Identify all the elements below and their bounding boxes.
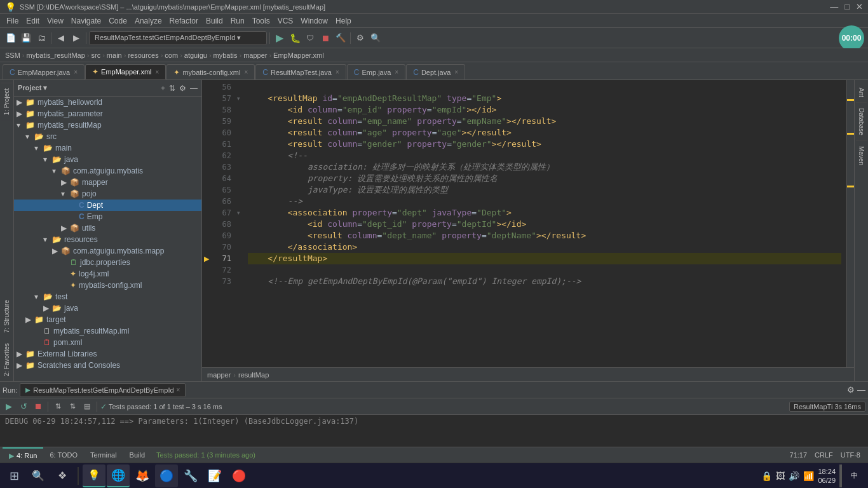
- tree-item-target[interactable]: ▶ 📁 target: [14, 314, 201, 325]
- toolbar-icon-2[interactable]: 🔍: [369, 31, 383, 45]
- run-filter-btn[interactable]: ⇅: [66, 402, 79, 410]
- bottom-tab-todo[interactable]: 6: TODO: [43, 447, 84, 463]
- taskbar-app-5[interactable]: 📝: [203, 464, 226, 487]
- tree-item-pojo[interactable]: ▾ 📦 pojo: [14, 188, 201, 200]
- side-tab-project[interactable]: 1: Project: [1, 83, 12, 120]
- sidebar-sort-btn[interactable]: ⇅: [169, 84, 175, 93]
- run-close-btn[interactable]: —: [857, 385, 865, 395]
- network-icon[interactable]: 📶: [803, 471, 814, 481]
- menu-tools[interactable]: Tools: [248, 15, 274, 27]
- tab-close-dept[interactable]: ×: [454, 69, 458, 76]
- tab-close-resultmaptest[interactable]: ×: [336, 69, 339, 76]
- tab-close-empmapper-java[interactable]: ×: [74, 69, 78, 76]
- side-tab-structure[interactable]: 7: Structure: [1, 295, 12, 338]
- debug-btn[interactable]: 🐛: [288, 31, 302, 45]
- code-view[interactable]: ▶ 56 57 58 59 60 61 62 63 64: [202, 80, 854, 367]
- taskbar-app-2[interactable]: 🦊: [131, 464, 154, 487]
- side-tab-favorites[interactable]: 2: Favorites: [1, 338, 12, 381]
- tree-item-mapper-folder[interactable]: ▶ 📦 mapper: [14, 177, 201, 188]
- menu-navigate[interactable]: Navigate: [67, 15, 105, 27]
- tree-item-iml[interactable]: · 🗒 mybatis_resultMap.iml: [14, 325, 201, 337]
- tree-item-scratches[interactable]: ▶ 📁 Scratches and Consoles: [14, 360, 201, 371]
- tab-emp-java[interactable]: C Emp.java ×: [347, 64, 405, 79]
- tree-item-resources[interactable]: ▾ 📂 resources: [14, 234, 201, 245]
- tab-empmapper-xml[interactable]: ✦ EmpMapper.xml ×: [85, 64, 166, 79]
- run-rerun-btn[interactable]: ↺: [17, 402, 30, 411]
- taskbar-app-3[interactable]: 🔵: [155, 464, 178, 487]
- tree-item-main[interactable]: ▾ 📂 main: [14, 142, 201, 154]
- tree-item-log4j[interactable]: · ✦ log4j.xml: [14, 268, 201, 280]
- sidebar-add-btn[interactable]: +: [161, 84, 165, 93]
- tab-mybatis-config-xml[interactable]: ✦ mybatis-config.xml ×: [166, 64, 255, 79]
- tab-close-mybatis-config[interactable]: ×: [244, 69, 248, 76]
- line-ending[interactable]: CRLF: [815, 451, 833, 459]
- run-settings-btn[interactable]: ⚙: [847, 385, 855, 395]
- tree-item-emp[interactable]: · C Emp: [14, 211, 201, 222]
- tree-item-com-atguigu[interactable]: ▾ 📦 com.atguigu.mybatis: [14, 165, 201, 177]
- encoding[interactable]: UTF-8: [841, 451, 860, 459]
- run-tab-close[interactable]: ×: [177, 386, 180, 393]
- chinese-ime[interactable]: 中: [848, 470, 860, 482]
- breadcrumb-mapper[interactable]: mapper: [243, 51, 267, 59]
- build-btn[interactable]: 🔨: [334, 31, 348, 45]
- menu-vcs[interactable]: VCS: [274, 15, 297, 27]
- menu-analyze[interactable]: Analyze: [131, 15, 166, 27]
- taskview-button[interactable]: ❖: [51, 464, 74, 487]
- nav-path-input[interactable]: ResultMapTest.testGetEmpAndDeptByEmpId ▾: [89, 31, 267, 45]
- back-btn[interactable]: ◀: [54, 31, 68, 45]
- taskbar-intellij[interactable]: 💡: [83, 464, 105, 487]
- breadcrumb-empmapper-xml[interactable]: EmpMapper.xml: [273, 51, 323, 59]
- toolbar-icon-1[interactable]: ⚙: [353, 31, 367, 45]
- new-file-btn[interactable]: 📄: [4, 31, 18, 45]
- tab-empmapper-java[interactable]: C EmpMapper.java ×: [3, 64, 85, 79]
- tree-item-dept[interactable]: · C Dept: [14, 200, 201, 211]
- bottom-tab-build[interactable]: Build: [123, 447, 151, 463]
- side-tab-ant[interactable]: Ant: [856, 83, 867, 103]
- stop-btn[interactable]: ⏹: [318, 31, 332, 45]
- breadcrumb-module[interactable]: mybatis_resultMap: [27, 51, 85, 59]
- show-desktop-btn[interactable]: [839, 464, 842, 487]
- tree-item-test[interactable]: ▾ 📂 test: [14, 291, 201, 302]
- breadcrumb-resultmap[interactable]: resultMap: [238, 371, 269, 379]
- side-tab-database[interactable]: Database: [856, 103, 867, 141]
- taskbar-app-6[interactable]: 🔴: [227, 464, 250, 487]
- side-tab-maven[interactable]: Maven: [856, 141, 867, 170]
- sidebar-settings-btn[interactable]: ⚙: [179, 84, 186, 93]
- menu-window[interactable]: Window: [297, 15, 332, 27]
- bottom-tab-run[interactable]: ▶ 4: Run: [3, 447, 43, 463]
- breadcrumb-com[interactable]: com: [165, 51, 178, 59]
- tree-item-resultmap[interactable]: ▾ 📁 mybatis_resultMap: [14, 119, 201, 131]
- menu-help[interactable]: Help: [332, 15, 355, 27]
- menu-build[interactable]: Build: [202, 15, 227, 27]
- menu-code[interactable]: Code: [105, 15, 131, 27]
- tree-item-src[interactable]: ▾ 📂 src: [14, 131, 201, 142]
- close-btn[interactable]: ✕: [856, 2, 863, 11]
- minimize-btn[interactable]: —: [830, 2, 838, 11]
- save-all-btn[interactable]: 🗂: [34, 31, 48, 45]
- breadcrumb-src[interactable]: src: [92, 51, 101, 59]
- breadcrumb-main[interactable]: main: [107, 51, 122, 59]
- breadcrumb-mybatis[interactable]: mybatis: [214, 51, 238, 59]
- menu-view[interactable]: View: [43, 15, 67, 27]
- breadcrumb-resources[interactable]: resources: [128, 51, 158, 59]
- maximize-btn[interactable]: □: [844, 2, 850, 11]
- tree-item-external-libs[interactable]: ▶ 📁 External Libraries: [14, 348, 201, 360]
- tree-item-helloworld[interactable]: ▶ 📁 mybatis_helloworld: [14, 97, 201, 108]
- run-with-coverage-btn[interactable]: 🛡: [303, 31, 317, 45]
- tree-item-jdbc[interactable]: · 🗒 jdbc.properties: [14, 257, 201, 268]
- breadcrumb-atguigu[interactable]: atguigu: [184, 51, 207, 59]
- taskbar-app-1[interactable]: 🌐: [107, 464, 130, 487]
- tree-item-pom[interactable]: · 🗒 pom.xml: [14, 337, 201, 348]
- forward-btn[interactable]: ▶: [69, 31, 83, 45]
- tab-dept-java[interactable]: C Dept.java ×: [406, 64, 465, 79]
- tree-item-utils[interactable]: ▶ 📦 utils: [14, 222, 201, 234]
- run-sort-btn[interactable]: ⇅: [51, 402, 64, 410]
- tab-resultmaptest[interactable]: C ResultMapTest.java ×: [255, 64, 346, 79]
- tree-item-java-test[interactable]: ▶ 📂 java: [14, 302, 201, 314]
- menu-edit[interactable]: Edit: [22, 15, 43, 27]
- volume-icon[interactable]: 🔊: [789, 471, 799, 481]
- cursor-position[interactable]: 71:17: [790, 451, 808, 459]
- run-stop-btn[interactable]: ⏹: [32, 402, 44, 411]
- taskbar-app-4[interactable]: 🔧: [179, 464, 202, 487]
- sidebar-collapse-btn[interactable]: —: [190, 84, 198, 93]
